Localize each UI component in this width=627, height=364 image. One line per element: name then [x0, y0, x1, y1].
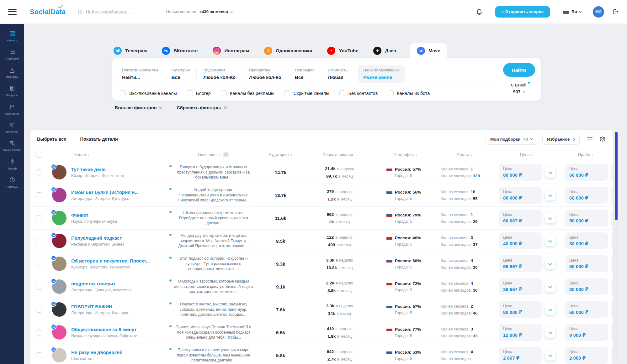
platform-tab-instagram[interactable]: Инстаграм [211, 43, 250, 58]
price-expand-button[interactable] [545, 213, 555, 223]
row-checkbox[interactable] [36, 307, 42, 313]
with-price-toggle[interactable]: С ценой 907 [511, 82, 527, 94]
mave-badge-icon: w [51, 210, 56, 215]
row-checkbox[interactable] [36, 330, 42, 335]
filter-field-6[interactable]: Цена по умолчаниюРазмещение [358, 65, 405, 83]
menu-button[interactable] [8, 9, 17, 15]
channel-name-link[interactable]: Финкот [71, 212, 117, 218]
send-request-button[interactable]: + Отправить запрос [495, 6, 550, 18]
price-expand-button[interactable] [545, 304, 555, 315]
channel-name-link[interactable]: Полусладкий подкаст [71, 235, 124, 241]
sidebar-item-collections[interactable]: Подборки [0, 46, 24, 63]
reset-filters-button[interactable]: Сбросить фильтры × [177, 105, 227, 111]
row-checkbox[interactable] [36, 284, 42, 290]
channel-name-link[interactable]: Об истории и искусстве. Проект... [71, 258, 150, 263]
checkbox[interactable] [284, 90, 290, 96]
channel-name-link[interactable]: Тут такое дело [71, 167, 125, 172]
row-checkbox[interactable] [36, 238, 42, 244]
column-header-0[interactable]: Канал↓ [48, 152, 168, 157]
platform-tab-vk[interactable]: VKВКонтакте [161, 43, 199, 58]
channel-name-link[interactable]: Обществознание за 6 минут [71, 327, 142, 332]
filter-field-4[interactable]: ГеографияВсе [288, 67, 321, 81]
row-checkbox[interactable] [36, 352, 42, 358]
column-header-4[interactable]: География↓ [376, 152, 434, 157]
view-options-icon[interactable] [587, 137, 592, 141]
filter-field-0[interactable]: Поиск по аккаунтамНайти... [115, 67, 165, 81]
filter-checkbox-1[interactable]: Блогер [187, 90, 211, 96]
column-header-2[interactable]: Аудитория↓ [258, 152, 303, 157]
platform-tab-telegram[interactable]: Телеграм [112, 43, 148, 58]
sidebar-item-tariff[interactable]: Тариф [0, 156, 24, 173]
sidebar-item-help[interactable]: Помощь [0, 174, 24, 191]
platform-tab-youtube[interactable]: YouTube [326, 43, 359, 58]
price-expand-button[interactable] [545, 236, 555, 246]
checkbox[interactable] [388, 90, 394, 96]
new-channels-selector[interactable]: Новых каналов +439 за месяц [166, 9, 233, 14]
my-collections-button[interactable]: Мои подборки 40 [486, 134, 537, 145]
sidebar-item-clients[interactable]: Клиенты [0, 119, 24, 136]
sidebar-item-label: Помощь [6, 185, 18, 188]
price-expand-button[interactable] [545, 350, 555, 361]
cut-off-column [611, 347, 613, 364]
more-filters-button[interactable]: Больше фильтров [115, 105, 162, 110]
row-checkbox[interactable] [36, 261, 42, 267]
platform-tab-dzen[interactable]: Дзен [372, 43, 397, 58]
filter-field-5[interactable]: СтоимостьЛюбая [321, 67, 354, 81]
filter-field-3[interactable]: ПросмотрыЛюбое кол-во [242, 67, 288, 81]
platform-tab-ok[interactable]: Одноклассники [263, 43, 313, 58]
filter-field-2[interactable]: ПодписчикиЛюбое кол-во [197, 67, 242, 81]
checkbox[interactable] [120, 90, 126, 96]
price-expand-button[interactable] [545, 258, 555, 269]
column-header-7[interactable]: Прайс↓ [559, 152, 613, 157]
sidebar-item-campaigns[interactable]: Кампании [0, 101, 24, 118]
price-cell: Цена80 000 ₽ [495, 164, 559, 181]
sidebar-item-label: Поиск постов [3, 148, 21, 152]
checkbox[interactable] [187, 90, 193, 96]
sidebar-item-imports[interactable]: Импорты [0, 64, 24, 81]
column-header-6[interactable]: Цена↓ [495, 152, 559, 157]
checkbox[interactable] [339, 90, 345, 96]
price-expand-button[interactable] [545, 281, 555, 292]
column-header-5[interactable]: Посты↓ [434, 152, 495, 157]
column-header-3[interactable]: Прослушивания↓ [303, 152, 376, 157]
price-expand-button[interactable] [545, 190, 555, 200]
filter-checkbox-3[interactable]: Скрытые каналы [284, 90, 329, 96]
vertical-scrollbar[interactable] [615, 131, 618, 361]
sidebar-item-post-search[interactable]: Поиск постов [0, 137, 24, 154]
filter-checkbox-0[interactable]: Эксклюзивные каналы [120, 90, 177, 96]
select-all-checkbox[interactable] [36, 152, 42, 158]
favorites-button[interactable]: Избранное 0 [542, 134, 580, 145]
row-checkbox[interactable] [36, 215, 42, 221]
channel-name-link[interactable]: подросток говорит [71, 281, 135, 286]
column-header-1[interactable]: Описание↓AI [168, 152, 258, 157]
show-details-button[interactable]: Показать детали [80, 137, 118, 142]
filter-field-1[interactable]: КатегорииВсе [165, 67, 197, 81]
geography-cell: Россия: 57%Города: 5 [376, 304, 434, 315]
platform-tab-mave[interactable]: wMave [410, 43, 447, 58]
logo[interactable]: SocialData [30, 8, 66, 16]
filter-checkbox-2[interactable]: Каналы без рекламы [221, 90, 274, 96]
search-input[interactable] [86, 9, 149, 14]
sidebar-item-requests[interactable]: Запросы [0, 82, 24, 100]
filter-checkbox-5[interactable]: Каналы из бота [388, 90, 430, 96]
price-expand-button[interactable] [545, 167, 555, 178]
user-avatar[interactable]: MO [593, 6, 604, 18]
sidebar-item-label: Каталог [7, 39, 18, 42]
logout-icon[interactable] [612, 8, 619, 15]
channel-name-link[interactable]: Ни разу не дворецкий [71, 350, 122, 355]
settings-gear-icon[interactable] [599, 136, 606, 143]
price-expand-button[interactable] [545, 327, 555, 338]
find-button[interactable]: Найти [503, 63, 535, 77]
scrollbar-thumb[interactable] [615, 132, 618, 220]
notifications-bell-icon[interactable] [476, 8, 483, 15]
language-selector[interactable]: Ru [563, 9, 582, 14]
posts-cell: Кол-во сезонов:2Кол-во эпизодов:46 [434, 304, 495, 315]
row-checkbox[interactable] [36, 169, 42, 175]
row-checkbox[interactable] [36, 192, 42, 198]
sidebar-item-catalog[interactable]: Каталог [0, 28, 24, 45]
checkbox[interactable] [221, 90, 227, 96]
select-all-button[interactable]: Выбрать все [37, 137, 66, 142]
channel-name-link[interactable]: ГОВОРИТ ВАФИН [71, 304, 132, 309]
filter-checkbox-4[interactable]: Без контактов [339, 90, 378, 96]
channel-name-link[interactable]: Изюм без булки (история и... [71, 190, 139, 195]
